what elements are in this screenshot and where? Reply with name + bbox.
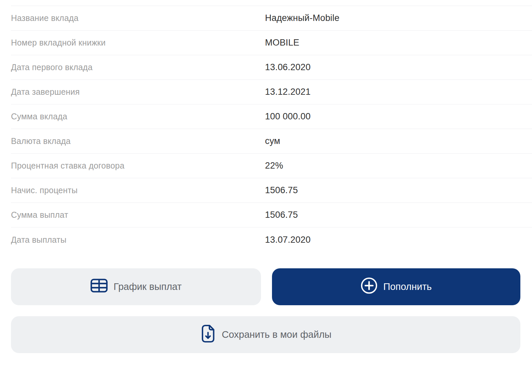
- file-download-icon: [200, 324, 216, 345]
- detail-row-end-date: Дата завершения 13.12.2021: [11, 80, 532, 104]
- detail-row-interest-rate: Процентная ставка договора 22%: [11, 154, 532, 178]
- detail-row-passbook-number: Номер вкладной книжки MOBILE: [11, 31, 532, 55]
- save-to-files-label: Сохранить в мои файлы: [222, 329, 332, 340]
- detail-label: Сумма выплат: [11, 210, 265, 220]
- top-up-button[interactable]: Пополнить: [272, 268, 520, 305]
- detail-row-currency: Валюта вклада сум: [11, 129, 532, 154]
- deposit-details-list: Название вклада Надежный-Mobile Номер вк…: [11, 6, 532, 252]
- payment-schedule-button[interactable]: График выплат: [11, 268, 261, 305]
- table-icon: [90, 279, 108, 295]
- detail-value: Надежный-Mobile: [265, 13, 339, 23]
- detail-row-deposit-amount: Сумма вклада 100 000.00: [11, 104, 532, 129]
- detail-label: Процентная ставка договора: [11, 161, 265, 171]
- detail-row-payout-date: Дата выплаты 13.07.2020: [11, 227, 532, 252]
- detail-value: MOBILE: [265, 38, 299, 48]
- actions-row-primary: График выплат Пополнить: [11, 268, 520, 305]
- detail-label: Название вклада: [11, 13, 265, 23]
- detail-row-accrued-interest: Начис. проценты 1506.75: [11, 178, 532, 203]
- detail-value: 13.12.2021: [265, 87, 311, 97]
- detail-value: 100 000.00: [265, 111, 311, 122]
- payment-schedule-label: График выплат: [114, 281, 182, 292]
- detail-value: 13.07.2020: [265, 235, 311, 245]
- detail-value: 13.06.2020: [265, 62, 311, 72]
- detail-label: Валюта вклада: [11, 136, 265, 146]
- detail-row-first-deposit-date: Дата первого вклада 13.06.2020: [11, 55, 532, 80]
- save-to-files-button[interactable]: Сохранить в мои файлы: [11, 316, 520, 353]
- actions-row-secondary: Сохранить в мои файлы: [11, 316, 520, 353]
- detail-value: 22%: [265, 161, 283, 171]
- detail-label: Номер вкладной книжки: [11, 38, 265, 48]
- detail-label: Дата завершения: [11, 87, 265, 97]
- detail-label: Дата первого вклада: [11, 63, 265, 72]
- detail-label: Дата выплаты: [11, 235, 265, 245]
- detail-value: сум: [265, 136, 280, 146]
- detail-row-deposit-name: Название вклада Надежный-Mobile: [11, 6, 532, 31]
- detail-value: 1506.75: [265, 210, 298, 220]
- detail-label: Сумма вклада: [11, 112, 265, 121]
- detail-label: Начис. проценты: [11, 186, 265, 195]
- detail-value: 1506.75: [265, 185, 298, 196]
- plus-circle-icon: [361, 277, 377, 296]
- detail-row-payout-amount: Сумма выплат 1506.75: [11, 203, 532, 227]
- top-up-label: Пополнить: [383, 281, 432, 292]
